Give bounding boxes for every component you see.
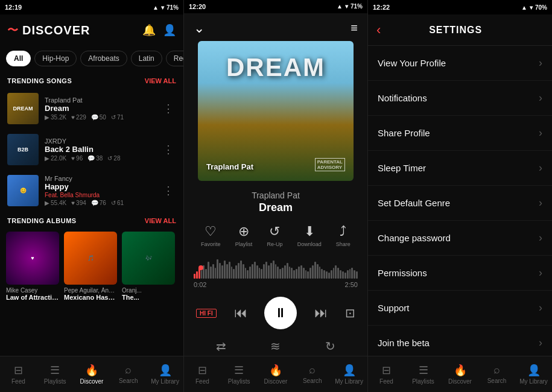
waveform-bar-28 <box>259 268 261 279</box>
album-card-1[interactable]: ♥ Mike Casey Law of Attraction: The Remi… <box>6 232 59 301</box>
nav-playlists[interactable]: ☰ Playlists <box>37 361 74 387</box>
trending-albums: ♥ Mike Casey Law of Attraction: The Remi… <box>0 228 183 301</box>
playlist-btn[interactable]: ⊕ Playlist <box>235 224 253 247</box>
player-bottom-nav: ⊟ Feed ☰ Playlists 🔥 Discover ⌕ Search 👤… <box>184 356 367 392</box>
waveform-bar-12 <box>221 265 223 279</box>
genre-tab-all[interactable]: All <box>6 51 31 66</box>
settings-permissions[interactable]: Permissions › <box>368 256 552 291</box>
profile-icon[interactable]: 👤 <box>163 24 176 37</box>
waveform-bar-6 <box>208 262 209 279</box>
settings-view-profile[interactable]: View Your Profile › <box>368 46 552 81</box>
notification-icon[interactable]: 🔔 <box>142 24 156 37</box>
settings-support[interactable]: Support › <box>368 291 552 326</box>
s-nav-library[interactable]: 👤 My Library <box>515 361 552 387</box>
reup-btn[interactable]: ↺ Re-Up <box>267 224 282 247</box>
discover-logo: 〜 DISCOVER <box>7 23 90 37</box>
waveform-bar-55 <box>321 269 323 279</box>
s-playlists-icon: ☰ <box>419 364 428 377</box>
download-icon: ⬇ <box>304 224 315 239</box>
more-btn-2[interactable]: ⋮ <box>160 141 176 159</box>
album-artist-3: Oranj... <box>122 287 175 294</box>
waveform[interactable] <box>194 254 358 279</box>
s-nav-feed[interactable]: ⊟ Feed <box>368 361 405 387</box>
waveform-bar-10 <box>217 259 218 279</box>
s-nav-search[interactable]: ⌕ Search <box>478 361 515 387</box>
p2-nav-library[interactable]: 👤 My Library <box>331 361 367 387</box>
s-discover-icon: 🔥 <box>454 364 467 377</box>
back-button[interactable]: ‹ <box>376 22 381 38</box>
current-time: 0:02 <box>194 281 206 288</box>
waveform-bar-18 <box>235 265 237 279</box>
waveform-bar-65 <box>344 273 346 279</box>
settings-header: ‹ SETTINGS <box>368 14 552 46</box>
queue-icon[interactable]: ≡ <box>351 21 358 35</box>
waveform-bar-25 <box>252 264 253 279</box>
nav-search[interactable]: ⌕ Search <box>110 361 147 387</box>
settings-join-beta[interactable]: Join the beta › <box>368 326 552 356</box>
chevron-down-icon[interactable]: ⌄ <box>194 21 205 36</box>
equalizer-icon[interactable]: ≋ <box>270 339 281 353</box>
download-btn[interactable]: ⬇ Download <box>297 224 322 247</box>
settings-default-genre[interactable]: Set Default Genre › <box>368 186 552 221</box>
waveform-bar-26 <box>254 262 256 279</box>
p2-search-icon: ⌕ <box>309 364 316 376</box>
status-bar-1: 12:19 ▲ ▾ 71% <box>0 0 183 14</box>
likes-2: ♥ 96 <box>71 155 83 162</box>
waveform-bar-60 <box>333 268 335 279</box>
nav-feed[interactable]: ⊟ Feed <box>0 361 37 387</box>
song-thumb-dream: DREAM <box>7 93 39 124</box>
song-info-dream: Trapland Pat Dream ▶ 35.2K ♥ 229 💬 50 ↺ … <box>45 96 154 121</box>
song-item-dream[interactable]: DREAM Trapland Pat Dream ▶ 35.2K ♥ 229 💬… <box>4 88 180 129</box>
more-btn-3[interactable]: ⋮ <box>160 182 176 200</box>
repeat-icon[interactable]: ↻ <box>325 339 335 353</box>
nav-discover[interactable]: 🔥 Discover <box>74 361 110 387</box>
settings-share-profile[interactable]: Share Profile › <box>368 116 552 151</box>
waveform-bar-41 <box>289 267 291 279</box>
settings-notifications[interactable]: Notifications › <box>368 81 552 116</box>
next-btn[interactable]: ⏭ <box>314 305 328 321</box>
genre-tab-latin[interactable]: Latin <box>131 51 162 66</box>
s-search-label: Search <box>487 378 507 384</box>
reposts-2: ↺ 28 <box>107 155 120 162</box>
prev-btn[interactable]: ⏮ <box>234 305 247 321</box>
p2-nav-playlists[interactable]: ☰ Playlists <box>221 361 258 387</box>
song-item-happy[interactable]: 😊 Mr Fancy Happy Feat. Bella Shmurda ▶ 5… <box>4 170 180 211</box>
cast-icon[interactable]: ⊡ <box>345 306 355 320</box>
album-card-3[interactable]: 🎶 Oranj... The... <box>122 232 175 301</box>
song-item-back2[interactable]: B2B JXRDY Back 2 Ballin ▶ 22.0K ♥ 96 💬 3… <box>4 129 180 170</box>
more-btn-1[interactable]: ⋮ <box>160 100 176 118</box>
p2-nav-feed[interactable]: ⊟ Feed <box>184 361 221 387</box>
waveform-bar-63 <box>340 270 341 279</box>
chevron-right-icon-7: › <box>539 302 542 314</box>
hifi-badge[interactable]: HI FI <box>196 309 217 318</box>
p2-feed-label: Feed <box>195 378 209 385</box>
s-feed-icon: ⊟ <box>382 364 391 377</box>
s-feed-label: Feed <box>379 378 393 385</box>
s-discover-label: Discover <box>448 378 472 385</box>
status-icons-3: ▲ ▾ 70% <box>521 4 547 11</box>
view-all-songs[interactable]: VIEW ALL <box>145 77 176 84</box>
genre-tab-hiphop[interactable]: Hip-Hop <box>34 51 77 66</box>
settings-sleep-timer[interactable]: Sleep Timer › <box>368 151 552 186</box>
favorite-btn[interactable]: ♡ Favorite <box>201 224 221 247</box>
genre-tab-reggae[interactable]: Reggae/Dan <box>166 51 183 66</box>
progress-times: 0:02 2:50 <box>194 281 358 288</box>
s-nav-discover[interactable]: 🔥 Discover <box>442 361 478 387</box>
song-feat-3: Feat. Bella Shmurda <box>45 192 154 198</box>
share-action-btn[interactable]: ⤴ Share <box>336 224 351 247</box>
play-pause-btn[interactable]: ⏸ <box>264 297 297 329</box>
waveform-bar-29 <box>261 269 262 279</box>
waveform-bar-62 <box>337 268 339 279</box>
s-nav-playlists[interactable]: ☰ Playlists <box>405 361 442 387</box>
view-all-albums[interactable]: VIEW ALL <box>145 217 176 224</box>
shuffle-icon[interactable]: ⇄ <box>216 339 226 353</box>
genre-tab-afrobeats[interactable]: Afrobeats <box>80 51 127 66</box>
p2-nav-discover[interactable]: 🔥 Discover <box>258 361 294 387</box>
wifi-icon-3: ▾ <box>530 4 533 11</box>
album-card-2[interactable]: 🎵 Pepe Aguilar, Ángela Mexicano Hasta lo… <box>64 232 117 301</box>
settings-change-password[interactable]: Change password › <box>368 221 552 256</box>
p2-nav-search[interactable]: ⌕ Search <box>294 361 331 387</box>
p2-playlists-label: Playlists <box>228 378 250 385</box>
settings-label-permissions: Permissions <box>378 268 427 278</box>
nav-library[interactable]: 👤 My Library <box>147 361 183 387</box>
